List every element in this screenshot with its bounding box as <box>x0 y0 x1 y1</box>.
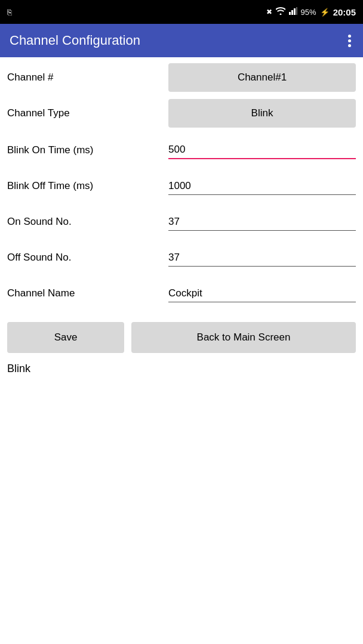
channel-name-row: Channel Name <box>0 274 363 310</box>
off-sound-label: Off Sound No. <box>7 252 168 264</box>
channel-type-value-wrap: Blink <box>168 99 356 128</box>
blink-on-input[interactable] <box>168 141 356 159</box>
channel-name-input[interactable] <box>168 285 356 302</box>
channel-number-value-wrap: Channel#1 <box>168 63 356 92</box>
blink-off-row: Blink Off Time (ms) <box>0 167 363 203</box>
on-sound-row: On Sound No. <box>0 203 363 239</box>
status-left: ⎘ <box>7 8 12 17</box>
blink-off-input[interactable] <box>168 178 356 195</box>
battery-text: 95% <box>301 8 316 17</box>
status-time: 20:05 <box>333 7 356 17</box>
off-sound-value-wrap <box>168 249 356 267</box>
channel-name-label: Channel Name <box>7 287 168 299</box>
svg-rect-1 <box>291 10 293 15</box>
blink-on-row: Blink On Time (ms) <box>0 131 363 167</box>
svg-rect-0 <box>289 12 291 15</box>
status-right: ✖ 95% ⚡ 20:05 <box>266 7 356 17</box>
blink-on-value-wrap <box>168 141 356 159</box>
more-vert-icon[interactable] <box>346 32 353 49</box>
back-to-main-button[interactable]: Back to Main Screen <box>131 322 356 353</box>
channel-type-row: Channel Type Blink <box>0 95 363 131</box>
save-button[interactable]: Save <box>7 322 124 353</box>
channel-name-value-wrap <box>168 285 356 302</box>
channel-type-button[interactable]: Blink <box>168 99 356 128</box>
blink-off-value-wrap <box>168 178 356 195</box>
status-bar: ⎘ ✖ 95% ⚡ 20:05 <box>0 0 363 24</box>
app-bar-title: Channel Configuration <box>10 33 140 48</box>
off-sound-input[interactable] <box>168 249 356 267</box>
on-sound-label: On Sound No. <box>7 216 168 228</box>
signal-icon <box>289 7 297 17</box>
svg-rect-3 <box>296 7 297 15</box>
channel-number-button[interactable]: Channel#1 <box>168 63 356 92</box>
blink-on-label: Blink On Time (ms) <box>7 144 168 156</box>
wifi-icon <box>276 7 285 17</box>
bluetooth-icon: ✖ <box>266 8 272 16</box>
footer-blink-text: Blink <box>0 360 363 382</box>
channel-number-row: Channel # Channel#1 <box>0 57 363 95</box>
battery-icon: ⚡ <box>320 8 330 17</box>
channel-type-label: Channel Type <box>7 107 168 119</box>
on-sound-input[interactable] <box>168 213 356 231</box>
off-sound-row: Off Sound No. <box>0 239 363 274</box>
form-content: Channel # Channel#1 Channel Type Blink B… <box>0 57 363 382</box>
screenshot-icon: ⎘ <box>7 8 12 17</box>
app-bar: Channel Configuration <box>0 24 363 57</box>
on-sound-value-wrap <box>168 213 356 231</box>
buttons-row: Save Back to Main Screen <box>0 315 363 360</box>
blink-off-label: Blink Off Time (ms) <box>7 180 168 192</box>
channel-number-label: Channel # <box>7 72 168 83</box>
svg-rect-2 <box>294 8 296 15</box>
